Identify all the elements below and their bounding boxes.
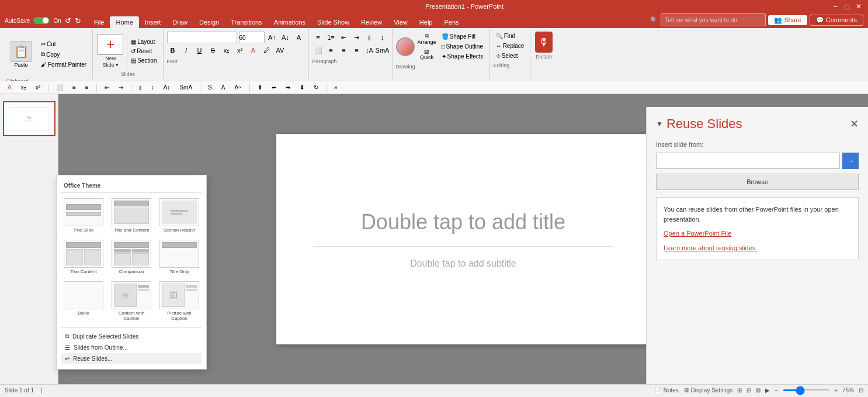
arrange-button[interactable]: ⧉ Arrange — [416, 32, 438, 46]
copy-button[interactable]: ⧉ Copy — [39, 50, 89, 59]
panel-dropdown-arrow[interactable]: ▼ — [656, 120, 663, 128]
view-slide-sorter-icon[interactable]: ⊟ — [747, 387, 751, 393]
cols-fmt-button[interactable]: ⫿ — [136, 83, 145, 92]
font-color-button[interactable]: A — [248, 44, 259, 56]
reuse-file-input[interactable] — [656, 153, 840, 169]
layout-title-slide[interactable]: Title Slide — [61, 196, 106, 234]
slides-from-outline-item[interactable]: ☰ Slides from Outline... — [61, 342, 202, 353]
align-center-fmt-button[interactable]: ≡ — [70, 83, 79, 92]
select-button[interactable]: ⊹ Select — [494, 51, 527, 60]
autosave-toggle[interactable] — [33, 17, 50, 24]
tab-help[interactable]: Help — [414, 16, 439, 28]
align-right-fmt-button[interactable]: ≡ — [82, 83, 92, 92]
close-button[interactable]: ✕ — [854, 2, 863, 11]
layout-button[interactable]: ▦ Layout — [129, 37, 159, 46]
zoom-slider[interactable] — [783, 389, 829, 391]
shape-outline-button[interactable]: □ Shape Outline — [439, 42, 486, 51]
new-slide-button[interactable]: + New Slide ▾ — [96, 33, 127, 69]
font-name-input[interactable] — [167, 32, 237, 43]
align-right-button[interactable]: ≡ — [338, 44, 350, 56]
reuse-slides-item[interactable]: ↩ Reuse Slides... — [61, 353, 202, 364]
layout-content-caption[interactable]: ⊞ Content with Caption — [109, 279, 154, 323]
tab-pens[interactable]: Pens — [438, 16, 464, 28]
subscript-fmt-button[interactable]: x₂ — [18, 83, 29, 92]
duplicate-slides-item[interactable]: ⧉ Duplicate Selected Slides — [61, 330, 202, 342]
restore-button[interactable]: ◻ — [842, 2, 852, 11]
text-outline-fmt-button[interactable]: A — [218, 83, 228, 92]
bold-button[interactable]: B — [167, 44, 179, 56]
tab-transitions[interactable]: Transitions — [225, 16, 268, 28]
section-button[interactable]: ▤ Section — [129, 56, 159, 65]
font-size-input[interactable] — [239, 32, 265, 43]
tab-file[interactable]: File — [88, 16, 110, 28]
convert-to-smartart-button[interactable]: SmA — [377, 44, 388, 56]
display-settings-button[interactable]: 🖥 Display Settings — [683, 387, 732, 393]
superscript-fmt-button[interactable]: x² — [33, 83, 43, 92]
align-left-fmt-button[interactable]: ⬜ — [53, 83, 66, 92]
tab-slideshow[interactable]: Slide Show — [311, 16, 355, 28]
tab-home[interactable]: Home — [110, 16, 138, 28]
quick-styles-button[interactable]: ▨ Quick — [416, 47, 438, 61]
slide-subtitle-placeholder[interactable]: Double tap to add subtitle — [410, 258, 516, 269]
view-normal-icon[interactable]: ⊞ — [737, 387, 742, 393]
layout-section-header[interactable]: Section Header — [157, 196, 202, 234]
rotate-fmt-button[interactable]: ↻ — [311, 83, 321, 92]
align-center-button[interactable]: ≡ — [325, 44, 337, 56]
bullets-button[interactable]: ≡ — [313, 32, 324, 43]
char-spacing-button[interactable]: AV — [275, 44, 286, 56]
decrease-font-button[interactable]: A↓ — [280, 32, 291, 43]
tab-review[interactable]: Review — [355, 16, 388, 28]
zoom-plus-icon[interactable]: + — [834, 387, 838, 393]
tab-view[interactable]: View — [388, 16, 414, 28]
learn-more-link[interactable]: Learn more about reusing slides. — [664, 243, 851, 253]
superscript-button[interactable]: x² — [234, 44, 246, 56]
more-btn[interactable]: » — [331, 83, 341, 92]
slide-canvas[interactable]: Double tap to add title Double tap to ad… — [276, 134, 650, 344]
italic-button[interactable]: I — [180, 44, 192, 56]
increase-font-button[interactable]: A↑ — [266, 32, 278, 43]
justify-button[interactable]: ≡ — [351, 44, 363, 56]
tab-animations[interactable]: Animations — [268, 16, 311, 28]
layout-title-content[interactable]: Title and Content — [109, 196, 154, 234]
layout-comparison[interactable]: Comparison — [109, 238, 154, 276]
outdent-fmt-button[interactable]: ⇥ — [116, 83, 126, 92]
subscript-button[interactable]: x₂ — [221, 44, 232, 56]
replace-button[interactable]: ↔ Replace — [494, 42, 527, 50]
smartart-fmt-button[interactable]: SmA — [176, 83, 195, 92]
format-painter-button[interactable]: 🖌 Format Painter — [39, 60, 89, 69]
notes-button[interactable]: 📄 Notes — [655, 387, 679, 393]
numbering-button[interactable]: 1≡ — [325, 32, 337, 43]
underline-button[interactable]: U — [194, 44, 206, 56]
increase-indent-button[interactable]: ⇥ — [351, 32, 363, 43]
open-powerpoint-link[interactable]: Open a PowerPoint File — [664, 229, 851, 239]
indent-fmt-button[interactable]: ⇤ — [102, 83, 112, 92]
strikethrough-button[interactable]: S — [207, 44, 219, 56]
text-shadow-fmt-button[interactable]: S — [205, 83, 215, 92]
font-color-fmt-button[interactable]: A — [5, 83, 15, 92]
reuse-browse-button[interactable]: Browse — [656, 174, 859, 190]
slide-thumbnail-1[interactable]: 1 Title Subtitle — [3, 101, 55, 136]
minimize-button[interactable]: – — [831, 2, 840, 11]
slide-title-placeholder[interactable]: Double tap to add title — [361, 210, 565, 234]
share-button[interactable]: 👥 Share — [768, 15, 807, 25]
tab-insert[interactable]: Insert — [139, 16, 167, 28]
redo-icon[interactable]: ↻ — [75, 16, 81, 25]
cut-button[interactable]: ✂ Cut — [39, 40, 89, 49]
line-spacing-button[interactable]: ↕ — [377, 32, 388, 43]
tab-design[interactable]: Design — [193, 16, 225, 28]
shape-fill-button[interactable]: 🪣 Shape Fill — [439, 32, 486, 41]
find-button[interactable]: 🔍 Find — [494, 32, 527, 40]
align-left-button[interactable]: ⬜ — [313, 44, 324, 56]
reuse-panel-close-button[interactable]: ✕ — [850, 118, 859, 130]
move-right-fmt-button[interactable]: ⬅ — [269, 83, 279, 92]
layout-title-only[interactable]: Title Only — [157, 238, 202, 276]
transform-fmt-button[interactable]: A~ — [231, 83, 245, 92]
highlight-button[interactable]: 🖊 — [261, 44, 273, 56]
clear-formatting-button[interactable]: A — [293, 32, 305, 43]
move-left-fmt-button[interactable]: ➡ — [283, 83, 293, 92]
reset-button[interactable]: ↺ Reset — [129, 47, 159, 56]
decrease-indent-button[interactable]: ⇤ — [338, 32, 350, 43]
layout-picture-caption[interactable]: 🖼 Picture with Caption — [157, 279, 202, 323]
text-direction-button[interactable]: ↕A — [364, 44, 376, 56]
layout-blank[interactable]: Blank — [61, 279, 106, 323]
